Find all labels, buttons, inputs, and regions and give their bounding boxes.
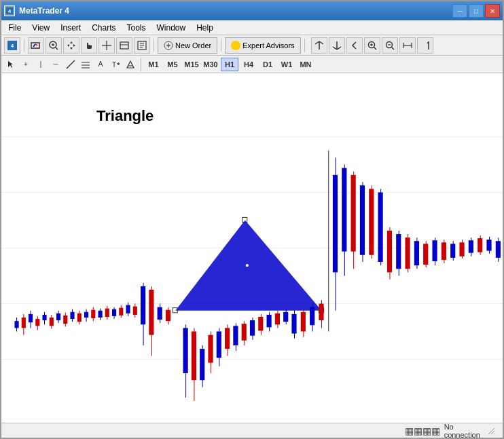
period-m30[interactable]: M30 <box>202 58 219 71</box>
svg-line-8 <box>56 47 58 50</box>
expert-advisors-label: Expert Advisors <box>242 41 294 50</box>
menu-view[interactable]: View <box>26 22 55 34</box>
svg-rect-66 <box>63 316 67 324</box>
svg-rect-108 <box>233 326 238 345</box>
hand-button[interactable] <box>81 37 97 54</box>
vertical-line-tool[interactable]: | <box>34 58 48 71</box>
candles-left <box>14 283 170 356</box>
svg-line-5 <box>33 44 35 47</box>
scale-button[interactable] <box>399 37 416 54</box>
period-h4[interactable]: H4 <box>240 58 257 71</box>
chart-area[interactable]: Triangle <box>1 73 503 423</box>
svg-rect-96 <box>183 328 188 373</box>
svg-rect-118 <box>275 313 280 324</box>
svg-rect-62 <box>50 318 54 326</box>
zoom-mag-button[interactable] <box>364 37 380 54</box>
period-h1[interactable]: H1 <box>221 58 238 71</box>
menu-insert[interactable]: Insert <box>55 22 86 34</box>
menu-window[interactable]: Window <box>151 22 192 34</box>
logo-button[interactable]: 4 <box>4 37 20 54</box>
svg-rect-86 <box>133 307 137 315</box>
chart-svg <box>1 73 503 423</box>
zoom-out-button[interactable] <box>382 37 398 54</box>
toolbar-sep-3 <box>221 39 221 52</box>
svg-rect-120 <box>283 312 288 322</box>
svg-rect-72 <box>84 312 88 318</box>
svg-rect-138 <box>406 237 410 269</box>
svg-rect-80 <box>112 309 116 316</box>
svg-line-23 <box>315 41 319 44</box>
svg-rect-152 <box>469 240 473 252</box>
svg-rect-78 <box>105 309 109 317</box>
svg-rect-166 <box>319 304 323 321</box>
svg-text:4: 4 <box>11 43 14 49</box>
candles-dip <box>183 309 289 401</box>
svg-rect-102 <box>208 335 213 363</box>
svg-text:4: 4 <box>8 8 12 14</box>
svg-rect-144 <box>432 240 437 261</box>
connection-icon: ▦▦▦▦ <box>405 425 440 436</box>
period-m15[interactable]: M15 <box>183 58 200 71</box>
svg-rect-60 <box>42 315 46 320</box>
period-sep-button[interactable] <box>116 37 132 54</box>
svg-rect-114 <box>258 317 263 331</box>
svg-line-27 <box>337 47 341 50</box>
tb2-sep <box>141 58 141 71</box>
svg-text:T: T <box>112 61 116 69</box>
move-button[interactable] <box>63 37 79 54</box>
horizontal-line-tool[interactable]: ─ <box>49 58 62 71</box>
accounts-button[interactable] <box>311 37 327 54</box>
history-button[interactable] <box>329 37 345 54</box>
crosshair-button[interactable] <box>98 37 115 54</box>
new-chart-button[interactable] <box>28 37 44 54</box>
svg-rect-92 <box>158 307 162 320</box>
period-mn[interactable]: MN <box>297 58 314 71</box>
autoscroll-button[interactable] <box>417 37 433 54</box>
svg-rect-90 <box>149 290 154 335</box>
trend-line-tool[interactable] <box>64 58 77 71</box>
menu-tools[interactable]: Tools <box>122 22 151 34</box>
period-w1[interactable]: W1 <box>278 58 295 71</box>
toolbar-sep-1 <box>24 39 24 52</box>
zoom-in-button[interactable] <box>46 37 62 54</box>
svg-rect-126 <box>351 175 356 252</box>
close-button[interactable]: ✕ <box>485 4 500 18</box>
toolbar-main: 4 New Order Exp <box>1 35 503 56</box>
new-order-label: New Order <box>175 41 211 50</box>
menu-help[interactable]: Help <box>191 22 219 34</box>
menu-charts[interactable]: Charts <box>86 22 121 34</box>
triangle-center-dot <box>246 264 249 267</box>
svg-rect-98 <box>192 332 196 381</box>
crosshair-tool[interactable]: + <box>19 58 33 71</box>
period-m5[interactable]: M5 <box>164 58 181 71</box>
svg-line-39 <box>67 60 75 69</box>
marker-tool[interactable] <box>124 58 137 71</box>
svg-rect-88 <box>141 286 145 324</box>
menu-bar: File View Insert Charts Tools Window Hel… <box>1 20 503 35</box>
svg-rect-76 <box>98 311 102 318</box>
svg-rect-136 <box>396 234 401 269</box>
connection-status: No connection <box>444 423 483 439</box>
text2-tool[interactable]: T <box>109 58 122 71</box>
menu-file[interactable]: File <box>3 22 26 34</box>
restore-button[interactable]: □ <box>469 4 484 18</box>
svg-rect-58 <box>35 319 39 326</box>
cursor-tool[interactable] <box>4 58 18 71</box>
period-m1[interactable]: M1 <box>145 58 162 71</box>
status-sections: ▦▦▦▦ No connection <box>5 423 499 439</box>
svg-rect-160 <box>291 314 296 334</box>
svg-rect-64 <box>56 313 60 320</box>
expert-advisors-button[interactable]: Expert Advisors <box>225 37 300 54</box>
fib-tool[interactable] <box>79 58 92 71</box>
minimize-button[interactable]: ─ <box>452 4 467 18</box>
template-button[interactable] <box>134 37 150 54</box>
drawing-toolbar: + | ─ A T M1 M5 M15 M30 H1 H4 D1 W1 MN <box>1 56 503 73</box>
svg-rect-54 <box>22 318 26 328</box>
back-button[interactable] <box>346 37 363 54</box>
svg-rect-148 <box>450 244 455 258</box>
svg-rect-106 <box>225 328 230 349</box>
text-tool[interactable]: A <box>94 58 107 71</box>
svg-rect-13 <box>120 42 128 49</box>
period-d1[interactable]: D1 <box>259 58 276 71</box>
new-order-button[interactable]: New Order <box>158 37 217 54</box>
